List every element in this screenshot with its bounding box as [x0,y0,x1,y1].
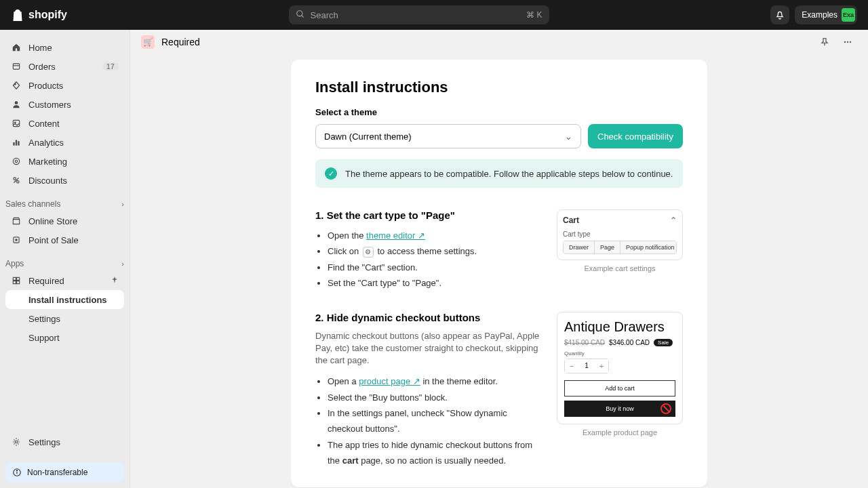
cart-type-page: Page [595,241,620,253]
bell-icon [774,9,785,20]
more-button[interactable] [838,33,857,52]
user-name: Examples [802,10,837,20]
info-icon [12,468,22,477]
brand-name: shopify [28,9,67,21]
svg-rect-2 [13,64,19,69]
store-icon [11,216,22,226]
products-icon [11,81,22,90]
nav-point-of-sale[interactable]: Point of Sale [5,230,124,249]
nav-online-store[interactable]: Online Store [5,211,124,230]
sub-settings[interactable]: Settings [5,309,124,328]
product-page-figure: Antique Drawers $415.00 CAD $346.00 CAD … [557,312,683,424]
svg-rect-6 [13,120,19,126]
theme-select[interactable]: Dawn (Current theme) ⌄ [315,124,581,148]
pin-icon[interactable] [111,276,119,286]
notifications-button[interactable] [770,5,789,24]
product-figure-caption: Example product page [557,428,683,436]
nav-marketing[interactable]: Marketing [5,152,124,171]
pin-icon [819,37,830,47]
sale-badge: Sale [654,339,673,346]
svg-rect-10 [18,141,19,145]
select-theme-heading: Select a theme [315,107,683,117]
nav-discounts[interactable]: Discounts [5,171,124,190]
svg-rect-8 [13,142,14,146]
svg-rect-18 [13,277,16,280]
nav-customers[interactable]: Customers [5,95,124,114]
heading-sales-channels[interactable]: Sales channels› [0,192,130,211]
step1-title: 1. Set the cart type to "Page" [315,209,540,221]
cart-type-drawer: Drawer [564,241,595,253]
nav-app-required[interactable]: Required [5,271,124,290]
sub-install-instructions[interactable]: Install instructions [5,290,124,309]
svg-rect-9 [16,140,17,146]
chevron-right-icon: › [121,260,124,268]
analytics-icon [11,138,22,147]
search-icon [296,9,305,21]
svg-point-22 [15,441,18,443]
non-transferable-badge: Non-transferable [5,462,124,483]
shopify-bag-icon [11,7,24,22]
qty-plus: + [595,359,608,373]
orders-icon [11,62,22,71]
step2-desc: Dynamic checkout buttons (also appear as… [315,330,540,367]
nav-analytics[interactable]: Analytics [5,133,124,152]
svg-point-12 [13,158,19,164]
svg-line-15 [14,178,19,183]
cart-settings-figure: Cart⌃ Cart type Drawer Page Popup notifi… [557,209,683,260]
nav-orders[interactable]: Orders17 [5,57,124,76]
product-title: Antique Drawers [564,319,675,335]
discounts-icon [11,176,22,185]
step1-list: Open the theme editor ↗ Click on ⚙ to ac… [315,228,540,291]
heading-apps[interactable]: Apps› [0,252,130,271]
sub-support[interactable]: Support [5,328,124,347]
orders-badge: 17 [102,62,119,70]
chevron-right-icon: › [121,200,124,208]
user-menu[interactable]: Examples Exa [795,5,857,24]
svg-rect-21 [17,281,20,284]
svg-point-5 [15,101,18,104]
nav-home[interactable]: Home [5,38,124,57]
gear-inline-icon: ⚙ [363,247,374,258]
check-compatibility-button[interactable]: Check compatibility [588,124,683,148]
price-original: $415.00 CAD [564,339,605,346]
app-icon [11,276,22,285]
brand-logo[interactable]: shopify [11,7,67,22]
gear-icon [11,437,22,447]
svg-point-17 [16,239,17,241]
nav-settings[interactable]: Settings [5,432,124,451]
svg-point-13 [14,178,16,180]
svg-line-1 [301,15,303,17]
qty-minus: − [565,359,578,373]
compatibility-banner: ✓ The theme appears to be compatible. Fo… [315,159,683,188]
product-page-link[interactable]: product page ↗ [359,376,420,386]
quantity-stepper: − 1 + [564,359,609,373]
avatar: Exa [842,8,855,22]
search-kbd-hint: ⌘ K [526,10,542,20]
quantity-label: Quantity [564,350,675,357]
svg-rect-19 [17,277,20,280]
svg-point-14 [17,181,19,184]
svg-point-7 [14,122,16,123]
svg-point-28 [850,41,851,43]
step2-list: Open a product page ↗ in the theme edito… [315,373,540,468]
theme-editor-link[interactable]: theme editor ↗ [366,230,425,241]
pin-button[interactable] [815,33,834,52]
more-icon [842,37,853,47]
svg-point-25 [16,470,17,471]
qty-value: 1 [578,362,595,369]
search-placeholder: Search [311,10,338,20]
nav-content[interactable]: Content [5,114,124,133]
home-icon [11,43,22,52]
card-title: Install instructions [315,79,683,96]
chevron-down-icon: ⌄ [565,131,572,142]
chevron-up-icon: ⌃ [670,216,677,225]
svg-point-0 [296,10,302,16]
nav-products[interactable]: Products [5,76,124,95]
prohibited-icon [660,403,671,414]
cart-type-popup: Popup notification [620,241,677,253]
price-sale: $346.00 CAD [609,339,650,346]
svg-point-27 [847,41,848,43]
marketing-icon [11,157,22,166]
search-input[interactable]: Search ⌘ K [289,5,549,24]
customers-icon [11,100,22,109]
